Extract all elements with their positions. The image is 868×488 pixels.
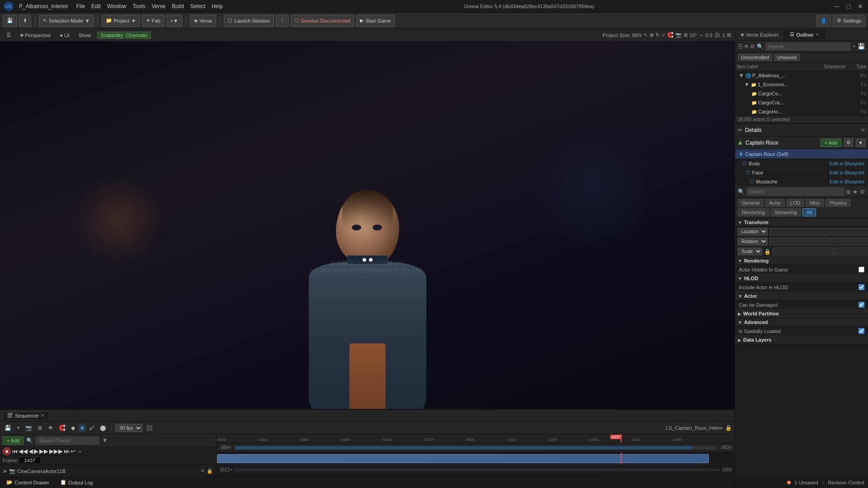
outliner-add-btn[interactable]: + <box>852 43 856 50</box>
frame-range-track[interactable] <box>234 469 720 471</box>
menu-file[interactable]: File <box>74 2 88 10</box>
menu-help[interactable]: Help <box>209 2 226 10</box>
filter-general-btn[interactable]: General <box>738 199 764 207</box>
lock-icon[interactable]: 🔒 <box>725 425 732 431</box>
minimize-button[interactable]: ─ <box>833 2 841 10</box>
settings-button[interactable]: ⚙ Settings <box>833 15 865 27</box>
fps-select[interactable]: 30 fps 24 fps 60 fps <box>115 424 142 432</box>
seq-add-track-btn[interactable]: + <box>15 424 22 432</box>
filter-actor-btn[interactable]: Actor <box>765 199 785 207</box>
rotation-y-input[interactable]: 0.0° <box>831 238 868 245</box>
scale-y-input[interactable]: 1.0 <box>835 248 868 255</box>
grid-snap-icon[interactable]: ⊞ <box>684 32 688 38</box>
seq-prev-key-button[interactable]: ◀◀ <box>19 448 28 455</box>
world-partition-section-header[interactable]: ▶ World Partition <box>735 310 868 318</box>
details-more-btn[interactable]: ▼ <box>856 139 865 147</box>
seq-search-input[interactable] <box>36 436 99 445</box>
rendering-section-header[interactable]: ▼ Rendering <box>735 257 868 265</box>
filter-lod-btn[interactable]: LOD <box>786 199 805 207</box>
filter-physics-btn[interactable]: Physics <box>826 199 851 207</box>
expand-icon-0[interactable]: ▼ <box>739 72 744 79</box>
details-grid-btn[interactable]: ⊞ <box>846 188 851 195</box>
outliner-item-3[interactable]: 📁 CargoCra... Fo <box>735 98 868 107</box>
rotation-x-input[interactable]: 0.0° <box>769 238 830 245</box>
details-gear-btn[interactable]: ⚙ <box>860 188 865 195</box>
unsaved-filter-btn[interactable]: Unsaved <box>774 54 800 61</box>
menu-window[interactable]: Window <box>104 2 129 10</box>
seq-forward-button[interactable]: → <box>76 448 82 455</box>
vp-layout-icon[interactable]: ⊞ <box>727 32 731 38</box>
seq-loop-button[interactable]: ↩ <box>71 448 75 455</box>
scale-lock-btn[interactable]: 🔒 <box>764 249 771 255</box>
sequencer-tab-close[interactable]: ✕ <box>41 413 44 418</box>
filter-rendering-btn[interactable]: Rendering <box>738 208 769 216</box>
seq-key-btn[interactable]: ◆ <box>69 424 77 432</box>
menu-select[interactable]: Select <box>188 2 208 10</box>
seq-next-key-button[interactable]: ▶▶▶ <box>49 448 63 455</box>
selection-mode-button[interactable]: ↖ Selection Mode ▼ <box>39 15 94 27</box>
save-button[interactable]: 💾 <box>3 15 17 27</box>
component-mustache-row[interactable]: ⬡ Mustache Edit in Blueprint <box>735 177 868 186</box>
face-blueprint-link[interactable]: Edit in Blueprint <box>830 170 864 175</box>
actor-section-header[interactable]: ▼ Actor <box>735 292 868 300</box>
mustache-blueprint-link[interactable]: Edit in Blueprint <box>830 179 864 184</box>
details-add-button[interactable]: + Add <box>821 139 841 147</box>
outliner-settings-btn[interactable]: ☰ <box>738 43 743 50</box>
verse-button[interactable]: ◈ Verse <box>190 15 216 27</box>
show-button[interactable]: Show <box>76 32 94 39</box>
uncontrolled-filter-btn[interactable]: Uncontrolled <box>738 54 772 61</box>
expand-icon-1[interactable]: ▼ <box>744 81 750 88</box>
move-icon[interactable]: ⊕ <box>650 32 654 38</box>
fab-button[interactable]: ✦ Fab <box>142 15 165 27</box>
selected-actor-row[interactable]: ♟ Captain Roux (Self) <box>735 149 868 159</box>
track-expand-icon[interactable]: ▶ <box>4 468 7 474</box>
menu-verse[interactable]: Verse <box>149 2 168 10</box>
scale-icon[interactable]: ⤢ <box>661 32 665 38</box>
seq-filter-btn[interactable]: ⚙ <box>36 424 44 432</box>
spatially-loaded-checkbox[interactable] <box>859 328 864 334</box>
track-lock-icon[interactable]: 🔒 <box>207 468 213 474</box>
seq-prev-button[interactable]: ◀ <box>28 448 33 455</box>
seq-record-btn[interactable]: ⬤ <box>98 424 108 432</box>
outliner-item-1[interactable]: ▼ 📁 1_Environm... Fo <box>735 80 868 89</box>
transform-section-header[interactable]: ▼ Transform <box>735 218 868 227</box>
viewport[interactable]: 爱迪斯通(北京)科技有限公司BEIJING AXIS 3D TECHNOLOGY… <box>0 42 735 488</box>
outliner-item-2[interactable]: 📁 CargoCo... Fo <box>735 89 868 98</box>
seq-end-button[interactable]: ⏭ <box>64 448 70 455</box>
hlod-section-header[interactable]: ▼ HLOD <box>735 274 868 283</box>
data-layers-section-header[interactable]: ▶ Data Layers <box>735 336 868 344</box>
rotate-icon[interactable]: ↻ <box>656 32 660 38</box>
menu-build[interactable]: Build <box>169 2 187 10</box>
component-face-row[interactable]: ⬡ Face Edit in Blueprint <box>735 168 868 177</box>
filter-misc-btn[interactable]: Misc <box>806 199 824 207</box>
cam-speed-icon[interactable]: 🎥 <box>714 32 721 38</box>
details-star-btn[interactable]: ★ <box>853 188 858 195</box>
scale-dropdown[interactable]: Scale <box>738 248 762 255</box>
outliner-item-0[interactable]: ▼ 🌐 P_Albatross_... Wo <box>735 71 868 80</box>
seq-paint-btn[interactable]: 🖊 <box>87 424 96 432</box>
menu-edit[interactable]: Edit <box>89 2 104 10</box>
filter-all-btn[interactable]: All <box>802 208 816 216</box>
actor-hidden-checkbox[interactable] <box>859 267 864 272</box>
filter-streaming-btn[interactable]: Streaming <box>770 208 801 216</box>
outliner-tab-close[interactable]: ✕ <box>816 32 819 37</box>
scrub-track[interactable] <box>235 446 717 450</box>
seq-next-button[interactable]: ▶▶ <box>39 448 48 455</box>
can-be-damaged-checkbox[interactable] <box>859 302 864 308</box>
body-blueprint-link[interactable]: Edit in Blueprint <box>830 161 864 166</box>
details-search-input[interactable] <box>746 188 844 196</box>
location-dropdown[interactable]: Location <box>738 228 768 235</box>
rotation-dropdown[interactable]: Rotation <box>738 238 768 245</box>
advanced-section-header[interactable]: ▼ Advanced <box>735 318 868 327</box>
session-status-button[interactable]: ⬡ Session Disconnected <box>291 15 354 27</box>
maximize-button[interactable]: □ <box>844 2 853 10</box>
camera-icon[interactable]: 📷 <box>675 32 682 38</box>
component-body-row[interactable]: ⬡ Body Edit in Blueprint <box>735 159 868 168</box>
output-log-button[interactable]: 📋 Output Log <box>57 479 95 485</box>
seq-active-btn[interactable]: ■ <box>79 424 85 432</box>
transform-mode-icon[interactable]: ↖ <box>644 32 648 38</box>
seq-view-btn[interactable]: 👁 <box>46 424 55 432</box>
more-options-button[interactable]: ⋮ <box>276 15 289 27</box>
scale-x-input[interactable]: 1.0 <box>773 248 834 255</box>
seq-save-btn[interactable]: 💾 <box>3 424 13 432</box>
